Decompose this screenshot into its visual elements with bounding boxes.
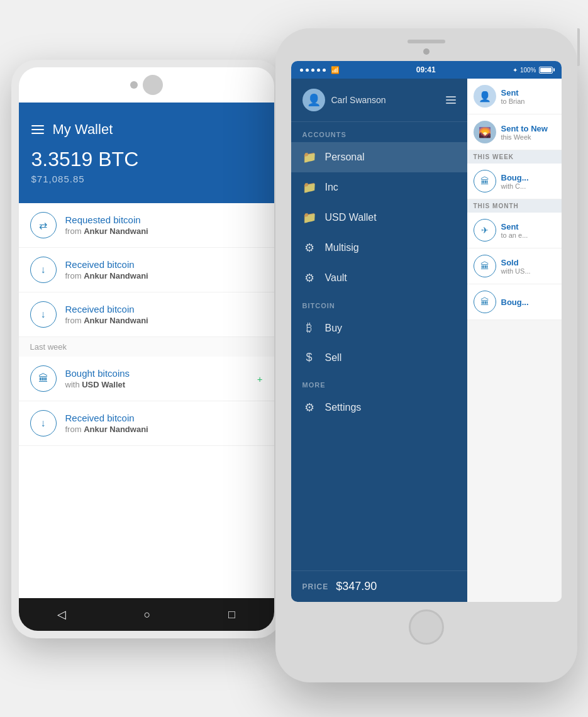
right-tx-info: Boug... — [501, 297, 555, 307]
right-tx-title: Sent — [501, 222, 555, 231]
hamburger-menu-icon[interactable] — [31, 125, 44, 134]
home-button[interactable]: ○ — [144, 608, 151, 621]
right-tx-sent-new[interactable]: 🌄 Sent to New this Week — [467, 114, 562, 150]
dollar-icon: $ — [302, 351, 316, 364]
menu-label-sell: Sell — [325, 352, 342, 364]
right-tx-sent-brian[interactable]: 👤 Sent to Brian — [467, 79, 562, 114]
menu-hamburger-icon[interactable] — [446, 96, 456, 104]
folder-icon: 📁 — [302, 150, 316, 164]
right-tx-sold[interactable]: 🏛 Sold with US... — [467, 248, 562, 284]
signal-dot-5 — [323, 69, 326, 72]
tx-info: Received bitcoin from Ankur Nandwani — [65, 413, 263, 434]
battery-fill — [540, 68, 552, 72]
recents-button[interactable]: □ — [228, 608, 235, 621]
accounts-section-label: ACCOUNTS — [291, 122, 467, 142]
right-tx-bought[interactable]: 🏛 Boug... with C... — [467, 164, 562, 199]
tx-requested-bitcoin[interactable]: ⇄ Requested bitcoin from Ankur Nandwani — [19, 203, 274, 248]
back-button[interactable]: ◁ — [57, 608, 66, 621]
this-month-header: THIS MONTH — [467, 199, 562, 213]
tx-title: Received bitcoin — [65, 413, 263, 423]
right-avatar-new: 🌄 — [474, 121, 496, 143]
battery-icon — [539, 67, 553, 74]
price-label: PRICE — [302, 582, 329, 591]
tx-amount: + — [257, 374, 263, 384]
vault-icon: ⚙ — [302, 271, 316, 285]
user-name: Carl Swanson — [331, 95, 386, 105]
android-navbar: ◁ ○ □ — [19, 598, 274, 631]
multisig-icon: ⚙ — [302, 241, 316, 255]
menu-header: 👤 Carl Swanson — [291, 79, 467, 122]
right-tx-info: Boug... with C... — [501, 173, 555, 190]
menu-item-multisig[interactable]: ⚙ Multisig — [291, 233, 467, 263]
android-speaker — [143, 75, 163, 95]
tx-subtitle: from Ankur Nandwani — [65, 226, 263, 236]
tx-bought-bitcoins[interactable]: 🏛 Bought bitcoins with USD Wallet + — [19, 357, 274, 401]
right-tx-sub: to an e... — [501, 231, 555, 239]
folder-icon-usd: 📁 — [302, 211, 316, 225]
btc-amount: 3.3519 BTC — [31, 148, 262, 171]
signal-dot-1 — [300, 69, 303, 72]
android-camera-area — [19, 67, 274, 103]
menu-item-usd-wallet[interactable]: 📁 USD Wallet — [291, 203, 467, 233]
tx-info: Received bitcoin from Ankur Nandwani — [65, 304, 263, 325]
iphone-home-button[interactable] — [409, 609, 444, 645]
menu-label-settings: Settings — [325, 402, 362, 413]
right-tx-bought-2[interactable]: 🏛 Boug... — [467, 284, 562, 320]
iphone-content: 👤 Carl Swanson ACCOUNTS 📁 Personal 📁 — [291, 79, 562, 602]
menu-item-vault[interactable]: ⚙ Vault — [291, 263, 467, 293]
usd-amount: $71,085.85 — [31, 174, 262, 184]
right-panel: 👤 Sent to Brian 🌄 Sent to New this Week — [467, 79, 562, 602]
tx-received-bitcoin-2[interactable]: ↓ Received bitcoin from Ankur Nandwani — [19, 292, 274, 337]
signal-dot-3 — [311, 69, 314, 72]
tx-info: Bought bitcoins with USD Wallet — [65, 368, 248, 389]
iphone-camera — [423, 48, 430, 55]
right-avatar-brian: 👤 — [474, 85, 496, 108]
menu-label-inc: Inc — [325, 182, 338, 193]
menu-label-multisig: Multisig — [325, 242, 359, 253]
tx-info: Requested bitcoin from Ankur Nandwani — [65, 214, 263, 236]
menu-item-sell[interactable]: $ Sell — [291, 343, 467, 372]
tx-received-bitcoin-3[interactable]: ↓ Received bitcoin from Ankur Nandwani — [19, 401, 274, 446]
tx-receive-icon: ↓ — [30, 257, 57, 283]
signal-dot-2 — [306, 69, 309, 72]
menu-item-personal[interactable]: 📁 Personal — [291, 142, 467, 172]
tx-received-bitcoin-1[interactable]: ↓ Received bitcoin from Ankur Nandwani — [19, 248, 274, 292]
tx-title: Received bitcoin — [65, 304, 263, 314]
bluetooth-icon: ✦ — [513, 67, 518, 74]
right-tx-info: Sent to an e... — [501, 222, 555, 239]
right-tx-info: Sent to New this Week — [501, 124, 555, 141]
right-tx-title: Sent — [501, 88, 555, 97]
tx-receive-icon: ↓ — [30, 410, 57, 436]
price-value: $347.90 — [336, 580, 377, 593]
status-time: 09:41 — [416, 65, 436, 74]
right-tx-sub: with US... — [501, 267, 555, 275]
android-phone: My Wallet 3.3519 BTC $71,085.85 ⇄ Reques… — [11, 60, 282, 638]
iphone: 📶 09:41 ✦ 100% 👤 — [275, 28, 577, 682]
android-header: My Wallet 3.3519 BTC $71,085.85 — [19, 103, 274, 203]
bitcoin-section-label: BITCOIN — [291, 293, 467, 313]
menu-item-settings[interactable]: ⚙ Settings — [291, 392, 467, 423]
right-tx-sub: to Brian — [501, 97, 555, 105]
menu-label-usd-wallet: USD Wallet — [325, 212, 377, 223]
menu-item-inc[interactable]: 📁 Inc — [291, 172, 467, 203]
bitcoin-icon: ₿ — [302, 321, 316, 335]
tx-receive-icon: ↓ — [30, 301, 57, 328]
price-bar: PRICE $347.90 — [291, 570, 467, 602]
this-week-header: THIS WEEK — [467, 150, 562, 164]
status-bar: 📶 09:41 ✦ 100% — [291, 61, 562, 79]
android-menu-row: My Wallet — [31, 121, 262, 138]
signal-dot-4 — [317, 69, 320, 72]
settings-icon: ⚙ — [302, 401, 316, 414]
phones-container: My Wallet 3.3519 BTC $71,085.85 ⇄ Reques… — [11, 28, 577, 689]
menu-label-personal: Personal — [325, 152, 365, 163]
right-tx-info: Sold with US... — [501, 258, 555, 275]
right-tx-sent-email[interactable]: ✈ Sent to an e... — [467, 213, 562, 248]
right-tx-title: Boug... — [501, 173, 555, 182]
android-transactions: ⇄ Requested bitcoin from Ankur Nandwani … — [19, 203, 274, 598]
tx-info: Received bitcoin from Ankur Nandwani — [65, 259, 263, 281]
right-tx-sub: this Week — [501, 133, 555, 141]
tx-request-icon: ⇄ — [30, 212, 57, 238]
right-tx-title: Boug... — [501, 297, 555, 307]
menu-item-buy[interactable]: ₿ Buy — [291, 313, 467, 343]
right-tx-info: Sent to Brian — [501, 88, 555, 105]
